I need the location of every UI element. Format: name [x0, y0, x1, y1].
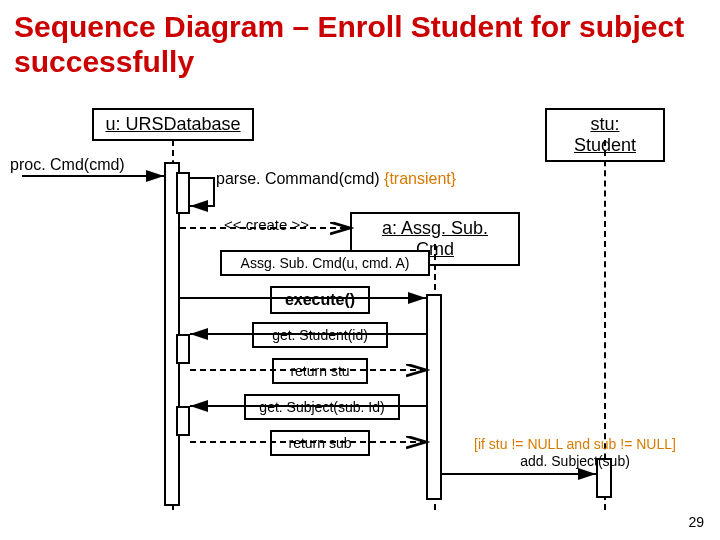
arrows-layer: [0, 0, 720, 540]
slide: Sequence Diagram – Enroll Student for su…: [0, 0, 720, 540]
page-number: 29: [688, 514, 704, 530]
